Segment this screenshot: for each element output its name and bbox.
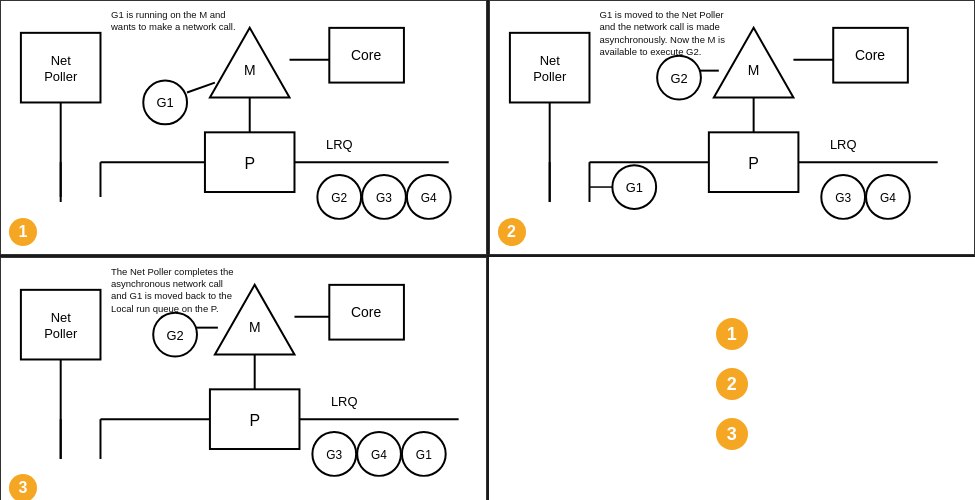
panel-3-desc: The Net Poller completes the asynchronou… xyxy=(111,266,241,315)
svg-text:G4: G4 xyxy=(371,448,387,462)
svg-text:G4: G4 xyxy=(879,191,895,205)
svg-text:G1: G1 xyxy=(416,448,432,462)
panel-3-diagram: Net Poller G2 M Core P LRQ G3 G4 G1 xyxy=(1,258,486,500)
svg-text:Core: Core xyxy=(351,47,381,63)
svg-text:M: M xyxy=(249,318,261,334)
panel-1-number: 1 xyxy=(9,218,37,246)
svg-text:Core: Core xyxy=(351,303,381,319)
panel-3-number: 3 xyxy=(9,474,37,500)
svg-text:Net: Net xyxy=(539,53,560,68)
svg-text:Core: Core xyxy=(854,47,884,63)
svg-text:LRQ: LRQ xyxy=(829,137,856,152)
legend-item-2: 2 xyxy=(716,368,748,400)
legend-item-3: 3 xyxy=(716,418,748,450)
svg-text:G1: G1 xyxy=(625,180,642,195)
svg-text:G2: G2 xyxy=(166,327,183,342)
svg-text:Poller: Poller xyxy=(533,69,567,84)
svg-text:LRQ: LRQ xyxy=(326,137,353,152)
panel-1-desc: G1 is running on the M and wants to make… xyxy=(111,9,241,34)
panel-1: G1 is running on the M and wants to make… xyxy=(0,0,487,255)
legend-circle-1: 1 xyxy=(716,318,748,350)
legend-circle-3: 3 xyxy=(716,418,748,450)
legend-item-1: 1 xyxy=(716,318,748,350)
legend-circle-2: 2 xyxy=(716,368,748,400)
panel-2-diagram: Net Poller G2 M Core G1 P LRQ G3 G4 xyxy=(490,1,975,254)
svg-text:Net: Net xyxy=(51,53,72,68)
panel-2-number: 2 xyxy=(498,218,526,246)
svg-text:M: M xyxy=(244,62,256,78)
panel-2-desc: G1 is moved to the Net Poller and the ne… xyxy=(600,9,730,58)
svg-text:Poller: Poller xyxy=(44,69,78,84)
svg-text:G4: G4 xyxy=(421,191,437,205)
svg-text:G1: G1 xyxy=(157,95,174,110)
panel-1-diagram: Net Poller G1 M Core P LRQ G2 G3 G4 xyxy=(1,1,486,254)
panel-2: G1 is moved to the Net Poller and the ne… xyxy=(489,0,976,255)
svg-text:P: P xyxy=(249,412,260,429)
svg-text:Net: Net xyxy=(51,309,72,324)
svg-text:G2: G2 xyxy=(331,191,347,205)
svg-text:G3: G3 xyxy=(835,191,851,205)
svg-text:P: P xyxy=(244,155,255,172)
svg-text:P: P xyxy=(748,155,759,172)
svg-text:G3: G3 xyxy=(326,448,342,462)
svg-text:G3: G3 xyxy=(376,191,392,205)
legend-panel: 1 2 3 xyxy=(489,257,976,500)
svg-text:LRQ: LRQ xyxy=(331,394,358,409)
svg-line-22 xyxy=(187,83,215,93)
panel-3: The Net Poller completes the asynchronou… xyxy=(0,257,487,500)
svg-text:G2: G2 xyxy=(670,71,687,86)
svg-text:Poller: Poller xyxy=(44,325,78,340)
svg-text:M: M xyxy=(747,62,759,78)
